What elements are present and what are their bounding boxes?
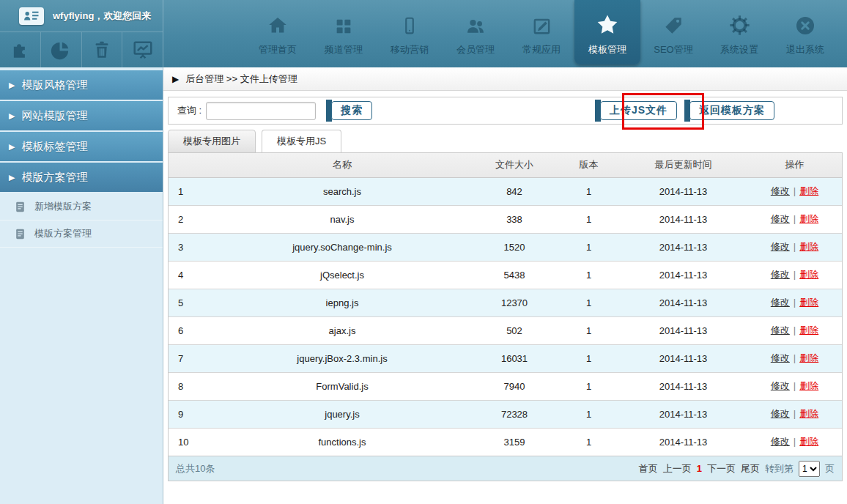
cell-file-name: iepng.js (214, 289, 470, 316)
nav-item-admin-home[interactable]: 管理首页 (245, 0, 311, 64)
cell-updated: 2014-11-13 (619, 289, 747, 316)
column-header-size: 文件大小 (470, 153, 558, 177)
sidebar-subitem-new-template-plan[interactable]: 新增模版方案 (0, 193, 163, 220)
edit-link[interactable]: 修改 (771, 436, 790, 447)
cell-version: 1 (558, 344, 619, 372)
triangle-icon: ▶ (9, 174, 15, 182)
upload-js-button[interactable]: 上传JS文件 (595, 100, 677, 122)
puzzle-icon[interactable] (0, 32, 41, 67)
delete-link[interactable]: 删除 (799, 213, 818, 224)
delete-link[interactable]: 删除 (799, 185, 818, 196)
sidebar-item-label: 模版风格管理 (21, 78, 87, 92)
cell-file-size: 1520 (470, 233, 558, 261)
edit-link[interactable]: 修改 (771, 213, 790, 224)
edit-link[interactable]: 修改 (771, 408, 790, 419)
cell-updated: 2014-11-13 (619, 233, 747, 261)
cell-file-name: FormValid.js (214, 372, 470, 400)
tab-template-js[interactable]: 模板专用JS (262, 130, 341, 153)
file-table-container: 名称 文件大小 版本 最后更新时间 操作 1 search.js 842 1 (168, 152, 843, 456)
trash-icon[interactable] (82, 32, 123, 67)
column-header-index (169, 153, 214, 177)
nav-label: 退出系统 (786, 43, 824, 56)
document-icon (14, 201, 26, 213)
sidebar-item-site-template-manage[interactable]: ▶ 网站模版管理 (0, 101, 163, 130)
nav-item-logout[interactable]: 退出系统 (772, 0, 838, 64)
delete-link[interactable]: 删除 (799, 352, 818, 363)
chart-board-icon[interactable] (122, 32, 163, 67)
cell-version: 1 (558, 372, 619, 400)
delete-link[interactable]: 删除 (799, 436, 818, 447)
triangle-icon: ▶ (9, 143, 15, 151)
cell-ops: 修改|删除 (747, 316, 842, 344)
pagination: 首页 上一页 1 下一页 尾页 转到第 1 页 (639, 461, 835, 477)
pie-chart-icon[interactable] (41, 32, 82, 67)
cell-file-name: functions.js (214, 428, 470, 456)
table-row: 3 jquery.soChange-min.js 1520 1 2014-11-… (169, 233, 842, 261)
back-to-template-plan-button[interactable]: 返回模板方案 (684, 100, 774, 122)
nav-item-seo-manage[interactable]: SEO管理 (640, 0, 706, 64)
nav-item-general-apps[interactable]: 常规应用 (508, 0, 574, 64)
edit-link[interactable]: 修改 (771, 185, 790, 196)
cell-file-name: search.js (214, 177, 470, 205)
search-toolbar: 查询 : 搜索 上传JS文件 返回模板方案 (168, 97, 843, 125)
delete-link[interactable]: 删除 (799, 241, 818, 252)
cell-file-size: 5438 (470, 261, 558, 289)
cell-file-name: nav.js (214, 205, 470, 233)
pagination-next[interactable]: 下一页 (707, 462, 736, 475)
edit-link[interactable]: 修改 (771, 269, 790, 280)
cell-index: 10 (169, 428, 214, 456)
user-card-icon (19, 7, 44, 25)
nav-item-channel-manage[interactable]: 频道管理 (311, 0, 377, 64)
edit-link[interactable]: 修改 (771, 352, 790, 363)
delete-link[interactable]: 删除 (799, 269, 818, 280)
pagination-prev[interactable]: 上一页 (663, 462, 692, 475)
cell-file-name: ajax.js (214, 316, 470, 344)
edit-link[interactable]: 修改 (771, 380, 790, 391)
cell-file-name: jquery.soChange-min.js (214, 233, 470, 261)
cell-version: 1 (558, 205, 619, 233)
nav-item-member-manage[interactable]: 会员管理 (443, 0, 508, 64)
search-button[interactable]: 搜索 (326, 100, 372, 122)
tab-template-images[interactable]: 模板专用图片 (168, 130, 256, 153)
sidebar-subitem-template-plan-manage[interactable]: 模版方案管理 (0, 220, 163, 248)
delete-link[interactable]: 删除 (799, 408, 818, 419)
breadcrumb: ▶ 后台管理 >> 文件上传管理 (163, 67, 847, 91)
nav-label: SEO管理 (654, 43, 692, 56)
delete-link[interactable]: 删除 (799, 325, 818, 336)
breadcrumb-text: 后台管理 >> 文件上传管理 (185, 73, 297, 86)
query-input[interactable] (206, 102, 316, 120)
cell-file-size: 16031 (470, 344, 558, 372)
cell-ops: 修改|删除 (747, 372, 842, 400)
table-row: 8 FormValid.js 7940 1 2014-11-13 修改|删除 (169, 372, 842, 400)
edit-link[interactable]: 修改 (771, 297, 790, 308)
goto-page-select[interactable]: 1 (799, 461, 820, 477)
cell-ops: 修改|删除 (747, 289, 842, 316)
edit-link[interactable]: 修改 (771, 325, 790, 336)
table-row: 6 ajax.js 502 1 2014-11-13 修改|删除 (169, 316, 842, 344)
delete-link[interactable]: 删除 (799, 297, 818, 308)
nav-item-template-manage[interactable]: 模板管理 (574, 0, 640, 64)
cell-version: 1 (558, 400, 619, 428)
star-icon (595, 13, 620, 37)
mobile-icon (400, 13, 419, 37)
back-button-label: 返回模板方案 (689, 101, 774, 120)
column-header-version: 版本 (558, 153, 619, 177)
goto-page-label: 转到第 (765, 462, 794, 475)
ops-separator: | (794, 297, 796, 308)
nav-label: 系统设置 (720, 43, 758, 56)
cell-updated: 2014-11-13 (619, 316, 747, 344)
nav-label: 常规应用 (522, 43, 561, 56)
sidebar-item-template-style-manage[interactable]: ▶ 模版风格管理 (0, 70, 163, 100)
cell-ops: 修改|删除 (747, 344, 842, 372)
sidebar-item-template-plan-manage[interactable]: ▶ 模版方案管理 (0, 163, 163, 192)
pagination-first[interactable]: 首页 (639, 462, 658, 475)
delete-link[interactable]: 删除 (799, 380, 818, 391)
nav-item-system-settings[interactable]: 系统设置 (706, 0, 772, 64)
cell-index: 4 (169, 261, 214, 289)
cell-index: 1 (169, 177, 214, 205)
pagination-last[interactable]: 尾页 (741, 462, 760, 475)
edit-link[interactable]: 修改 (771, 241, 790, 252)
table-row: 4 jQselect.js 5438 1 2014-11-13 修改|删除 (169, 261, 842, 289)
sidebar-item-template-tag-manage[interactable]: ▶ 模板标签管理 (0, 132, 163, 161)
nav-item-mobile-marketing[interactable]: 移动营销 (377, 0, 443, 64)
